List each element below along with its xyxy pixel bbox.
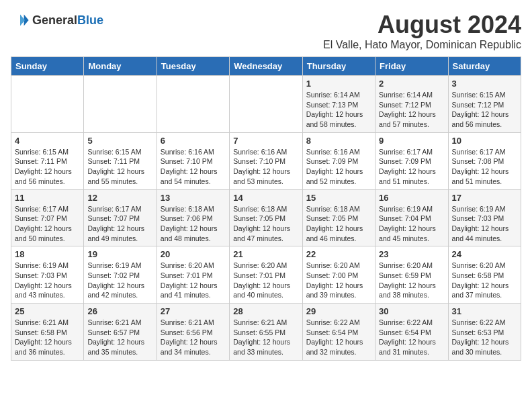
cell-content: Sunrise: 6:21 AM Sunset: 6:56 PM Dayligh… [161,318,226,357]
calendar-cell: 28Sunrise: 6:21 AM Sunset: 6:55 PM Dayli… [230,304,302,361]
day-number: 21 [233,249,298,259]
cell-content: Sunrise: 6:15 AM Sunset: 7:11 PM Dayligh… [15,147,80,187]
cell-content: Sunrise: 6:19 AM Sunset: 7:03 PM Dayligh… [15,261,80,300]
cell-content: Sunrise: 6:14 AM Sunset: 7:12 PM Dayligh… [379,90,444,130]
calendar-cell: 21Sunrise: 6:20 AM Sunset: 7:01 PM Dayli… [230,246,302,304]
day-number: 5 [87,136,152,146]
header-tuesday: Tuesday [157,57,229,76]
calendar-cell [84,76,157,133]
cell-content: Sunrise: 6:19 AM Sunset: 7:02 PM Dayligh… [87,261,152,300]
calendar-cell: 13Sunrise: 6:18 AM Sunset: 7:06 PM Dayli… [157,189,229,246]
calendar-week-3: 11Sunrise: 6:17 AM Sunset: 7:07 PM Dayli… [11,189,521,246]
logo-icon [11,11,30,30]
day-number: 24 [452,249,517,259]
day-number: 8 [306,136,371,146]
calendar-week-4: 18Sunrise: 6:19 AM Sunset: 7:03 PM Dayli… [11,246,521,304]
day-number: 25 [15,306,80,316]
calendar-cell: 6Sunrise: 6:16 AM Sunset: 7:10 PM Daylig… [157,132,229,189]
cell-content: Sunrise: 6:16 AM Sunset: 7:10 PM Dayligh… [161,147,226,187]
day-number: 26 [87,306,152,316]
cell-content: Sunrise: 6:22 AM Sunset: 6:53 PM Dayligh… [452,318,517,357]
calendar-week-1: 1Sunrise: 6:14 AM Sunset: 7:13 PM Daylig… [11,76,521,133]
calendar-cell: 16Sunrise: 6:19 AM Sunset: 7:04 PM Dayli… [375,189,448,246]
calendar-cell [11,76,84,133]
day-number: 10 [452,136,517,146]
calendar-cell [230,76,302,133]
day-number: 18 [15,249,80,259]
cell-content: Sunrise: 6:21 AM Sunset: 6:57 PM Dayligh… [87,318,152,357]
calendar-cell: 4Sunrise: 6:15 AM Sunset: 7:11 PM Daylig… [11,132,84,189]
cell-content: Sunrise: 6:17 AM Sunset: 7:07 PM Dayligh… [15,204,80,244]
calendar-header-row: SundayMondayTuesdayWednesdayThursdayFrid… [11,57,521,76]
calendar-cell: 20Sunrise: 6:20 AM Sunset: 7:01 PM Dayli… [157,246,229,304]
day-number: 17 [452,193,517,203]
day-number: 23 [379,249,444,259]
day-number: 27 [161,306,226,316]
day-number: 30 [379,306,444,316]
day-number: 31 [452,306,517,316]
cell-content: Sunrise: 6:16 AM Sunset: 7:10 PM Dayligh… [233,147,298,187]
day-number: 3 [452,79,517,89]
calendar-cell: 10Sunrise: 6:17 AM Sunset: 7:08 PM Dayli… [448,132,521,189]
cell-content: Sunrise: 6:22 AM Sunset: 6:54 PM Dayligh… [306,318,371,357]
logo: GeneralBlue [11,11,103,30]
calendar-cell: 19Sunrise: 6:19 AM Sunset: 7:02 PM Dayli… [84,246,157,304]
calendar-cell: 24Sunrise: 6:20 AM Sunset: 6:58 PM Dayli… [448,246,521,304]
cell-content: Sunrise: 6:19 AM Sunset: 7:03 PM Dayligh… [452,204,517,244]
day-number: 2 [379,79,444,89]
day-number: 15 [306,193,371,203]
calendar-cell: 29Sunrise: 6:22 AM Sunset: 6:54 PM Dayli… [302,304,375,361]
cell-content: Sunrise: 6:19 AM Sunset: 7:04 PM Dayligh… [379,204,444,244]
cell-content: Sunrise: 6:20 AM Sunset: 7:01 PM Dayligh… [161,261,226,300]
calendar-cell: 25Sunrise: 6:21 AM Sunset: 6:58 PM Dayli… [11,304,84,361]
day-number: 13 [161,193,226,203]
calendar-cell: 11Sunrise: 6:17 AM Sunset: 7:07 PM Dayli… [11,189,84,246]
calendar-table: SundayMondayTuesdayWednesdayThursdayFrid… [11,56,521,361]
page-header: GeneralBlue August 2024 El Valle, Hato M… [11,11,521,51]
logo-blue: Blue [77,13,103,27]
cell-content: Sunrise: 6:18 AM Sunset: 7:05 PM Dayligh… [233,204,298,244]
calendar-cell: 30Sunrise: 6:22 AM Sunset: 6:54 PM Dayli… [375,304,448,361]
day-number: 6 [161,136,226,146]
logo-general: General [32,13,77,27]
header-monday: Monday [84,57,157,76]
cell-content: Sunrise: 6:20 AM Sunset: 6:59 PM Dayligh… [379,261,444,300]
calendar-cell: 23Sunrise: 6:20 AM Sunset: 6:59 PM Dayli… [375,246,448,304]
day-number: 29 [306,306,371,316]
header-friday: Friday [375,57,448,76]
header-saturday: Saturday [448,57,521,76]
calendar-cell: 26Sunrise: 6:21 AM Sunset: 6:57 PM Dayli… [84,304,157,361]
cell-content: Sunrise: 6:20 AM Sunset: 7:01 PM Dayligh… [233,261,298,300]
day-number: 28 [233,306,298,316]
cell-content: Sunrise: 6:21 AM Sunset: 6:58 PM Dayligh… [15,318,80,357]
calendar-cell: 14Sunrise: 6:18 AM Sunset: 7:05 PM Dayli… [230,189,302,246]
title-area: August 2024 El Valle, Hato Mayor, Domini… [323,11,521,51]
cell-content: Sunrise: 6:17 AM Sunset: 7:09 PM Dayligh… [379,147,444,187]
cell-content: Sunrise: 6:20 AM Sunset: 7:00 PM Dayligh… [306,261,371,300]
cell-content: Sunrise: 6:18 AM Sunset: 7:06 PM Dayligh… [161,204,226,244]
cell-content: Sunrise: 6:15 AM Sunset: 7:11 PM Dayligh… [87,147,152,187]
day-number: 12 [87,193,152,203]
cell-content: Sunrise: 6:17 AM Sunset: 7:08 PM Dayligh… [452,147,517,187]
header-wednesday: Wednesday [230,57,302,76]
cell-content: Sunrise: 6:21 AM Sunset: 6:55 PM Dayligh… [233,318,298,357]
month-year: August 2024 [323,11,521,39]
cell-content: Sunrise: 6:22 AM Sunset: 6:54 PM Dayligh… [379,318,444,357]
day-number: 7 [233,136,298,146]
header-sunday: Sunday [11,57,84,76]
day-number: 11 [15,193,80,203]
location: El Valle, Hato Mayor, Dominican Republic [323,39,521,51]
calendar-cell: 5Sunrise: 6:15 AM Sunset: 7:11 PM Daylig… [84,132,157,189]
calendar-week-5: 25Sunrise: 6:21 AM Sunset: 6:58 PM Dayli… [11,304,521,361]
calendar-cell: 17Sunrise: 6:19 AM Sunset: 7:03 PM Dayli… [448,189,521,246]
calendar-cell: 2Sunrise: 6:14 AM Sunset: 7:12 PM Daylig… [375,76,448,133]
cell-content: Sunrise: 6:18 AM Sunset: 7:05 PM Dayligh… [306,204,371,244]
cell-content: Sunrise: 6:16 AM Sunset: 7:09 PM Dayligh… [306,147,371,187]
cell-content: Sunrise: 6:14 AM Sunset: 7:13 PM Dayligh… [306,90,371,130]
calendar-cell: 8Sunrise: 6:16 AM Sunset: 7:09 PM Daylig… [302,132,375,189]
calendar-cell [157,76,229,133]
calendar-cell: 18Sunrise: 6:19 AM Sunset: 7:03 PM Dayli… [11,246,84,304]
day-number: 1 [306,79,371,89]
day-number: 4 [15,136,80,146]
calendar-cell: 7Sunrise: 6:16 AM Sunset: 7:10 PM Daylig… [230,132,302,189]
